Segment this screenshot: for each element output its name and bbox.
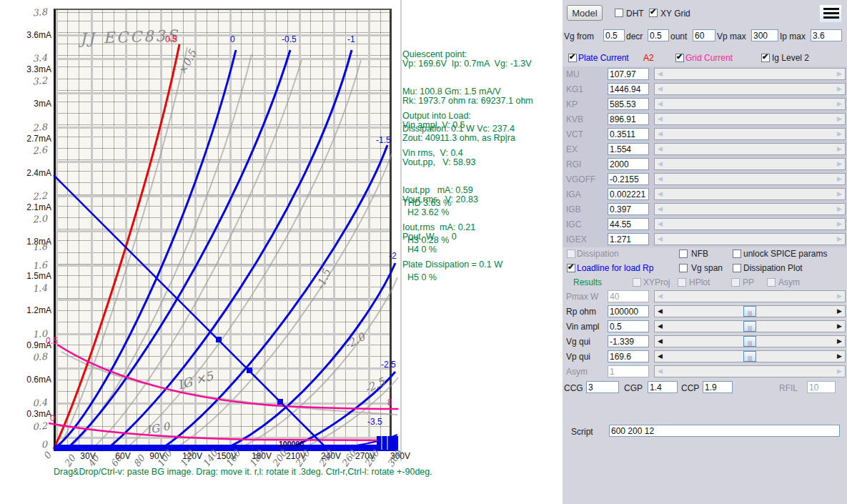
slider-thumb[interactable] bbox=[743, 336, 756, 347]
hplot-checkbox[interactable] bbox=[678, 278, 686, 287]
vg-from-input[interactable] bbox=[603, 29, 625, 41]
cgp-input[interactable] bbox=[648, 381, 678, 393]
ig-level2-checkbox[interactable] bbox=[761, 54, 770, 62]
slider-left-arrow-icon[interactable]: ◀ bbox=[655, 189, 665, 199]
param-slider-igb[interactable]: ◀▶ bbox=[654, 203, 846, 215]
dissipation-checkbox[interactable] bbox=[567, 249, 575, 258]
ip-max-input[interactable] bbox=[811, 29, 842, 41]
param-input-kvb[interactable] bbox=[608, 113, 649, 125]
param-input-mu[interactable] bbox=[608, 68, 649, 80]
vg-qui-input[interactable] bbox=[608, 335, 649, 347]
slider-left-arrow-icon[interactable]: ◀ bbox=[655, 306, 665, 317]
slider-right-arrow-icon[interactable]: ▶ bbox=[835, 99, 844, 109]
param-input-vgoff[interactable] bbox=[608, 173, 649, 185]
slider-right-arrow-icon[interactable]: ▶ bbox=[835, 144, 844, 154]
grid-current-checkbox[interactable] bbox=[675, 54, 684, 62]
param-slider-igc[interactable]: ◀▶ bbox=[654, 218, 846, 230]
param-input-iga[interactable] bbox=[608, 188, 649, 200]
slider-left-arrow-icon[interactable]: ◀ bbox=[655, 69, 665, 79]
slider-right-arrow-icon[interactable]: ▶ bbox=[835, 291, 844, 302]
dht-checkbox[interactable] bbox=[615, 9, 623, 17]
asym-checkbox[interactable] bbox=[767, 278, 776, 287]
slider-left-arrow-icon[interactable]: ◀ bbox=[655, 114, 665, 124]
pmax-slider[interactable]: ◀▶ bbox=[654, 290, 846, 302]
ccp-input[interactable] bbox=[703, 381, 733, 393]
param-input-kp[interactable] bbox=[608, 98, 649, 110]
slider-left-arrow-icon[interactable]: ◀ bbox=[655, 219, 665, 229]
model-button[interactable]: Model bbox=[567, 5, 603, 21]
vp-qui-slider[interactable]: ◀▶ bbox=[654, 350, 846, 362]
param-input-igb[interactable] bbox=[608, 203, 649, 215]
slider-left-arrow-icon[interactable]: ◀ bbox=[655, 129, 665, 139]
param-slider-rgi[interactable]: ◀▶ bbox=[654, 158, 846, 170]
slider-right-arrow-icon[interactable]: ▶ bbox=[835, 204, 844, 214]
vin-ampl-slider[interactable]: ◀▶ bbox=[654, 320, 846, 332]
slider-right-arrow-icon[interactable]: ▶ bbox=[835, 351, 844, 362]
slider-left-arrow-icon[interactable]: ◀ bbox=[655, 234, 665, 244]
slider-right-arrow-icon[interactable]: ▶ bbox=[835, 189, 844, 199]
slider-left-arrow-icon[interactable]: ◀ bbox=[655, 336, 665, 347]
slider-right-arrow-icon[interactable]: ▶ bbox=[835, 159, 844, 169]
script-input[interactable] bbox=[609, 425, 840, 437]
param-slider-kvb[interactable]: ◀▶ bbox=[654, 113, 846, 125]
nfb-checkbox[interactable] bbox=[679, 249, 688, 258]
param-input-ex[interactable] bbox=[608, 143, 649, 155]
param-slider-vgoff[interactable]: ◀▶ bbox=[654, 173, 846, 185]
param-input-igex[interactable] bbox=[608, 233, 649, 245]
rp-ohm-slider[interactable]: ◀▶ bbox=[654, 305, 846, 317]
slider-left-arrow-icon[interactable]: ◀ bbox=[655, 291, 665, 302]
rp-ohm-input[interactable] bbox=[608, 305, 649, 317]
param-slider-vct[interactable]: ◀▶ bbox=[654, 128, 846, 140]
slider-right-arrow-icon[interactable]: ▶ bbox=[835, 219, 844, 229]
param-slider-mu[interactable]: ◀▶ bbox=[654, 68, 846, 80]
slider-thumb[interactable] bbox=[743, 351, 756, 362]
slider-left-arrow-icon[interactable]: ◀ bbox=[655, 144, 665, 154]
decr-input[interactable] bbox=[648, 29, 669, 41]
param-input-vct[interactable] bbox=[608, 128, 649, 140]
unlock-spice-checkbox[interactable] bbox=[733, 249, 741, 258]
param-input-kg1[interactable] bbox=[608, 83, 649, 95]
param-input-igc[interactable] bbox=[608, 218, 649, 230]
xyproj-checkbox[interactable] bbox=[633, 278, 641, 287]
asym-slider[interactable]: ◀▶ bbox=[654, 365, 846, 377]
vp-max-input[interactable] bbox=[751, 29, 778, 41]
slider-thumb[interactable] bbox=[743, 321, 756, 332]
hamburger-menu-icon[interactable] bbox=[819, 4, 842, 23]
param-slider-ex[interactable]: ◀▶ bbox=[654, 143, 846, 155]
count-input[interactable] bbox=[693, 29, 715, 41]
param-slider-iga[interactable]: ◀▶ bbox=[654, 188, 846, 200]
ccg-input[interactable] bbox=[586, 381, 619, 393]
vg-qui-slider[interactable]: ◀▶ bbox=[654, 335, 846, 347]
slider-thumb[interactable] bbox=[743, 306, 756, 317]
slider-left-arrow-icon[interactable]: ◀ bbox=[655, 351, 665, 362]
param-slider-kp[interactable]: ◀▶ bbox=[654, 98, 846, 110]
slider-right-arrow-icon[interactable]: ▶ bbox=[835, 306, 844, 317]
param-input-rgi[interactable] bbox=[608, 158, 649, 170]
slider-right-arrow-icon[interactable]: ▶ bbox=[835, 174, 844, 184]
rfil-input[interactable] bbox=[807, 381, 836, 393]
plot-canvas[interactable] bbox=[54, 9, 392, 449]
slider-left-arrow-icon[interactable]: ◀ bbox=[655, 84, 665, 94]
plate-current-checkbox[interactable] bbox=[568, 54, 577, 62]
param-slider-igex[interactable]: ◀▶ bbox=[654, 233, 846, 245]
slider-right-arrow-icon[interactable]: ▶ bbox=[835, 366, 844, 377]
slider-right-arrow-icon[interactable]: ▶ bbox=[835, 321, 844, 332]
loadline-checkbox[interactable] bbox=[567, 264, 575, 272]
dissipation-plot-checkbox[interactable] bbox=[733, 264, 741, 272]
slider-left-arrow-icon[interactable]: ◀ bbox=[655, 159, 665, 169]
pmax-input[interactable] bbox=[608, 290, 649, 302]
slider-left-arrow-icon[interactable]: ◀ bbox=[655, 321, 665, 332]
xy-grid-checkbox[interactable] bbox=[649, 9, 658, 17]
slider-left-arrow-icon[interactable]: ◀ bbox=[655, 174, 665, 184]
slider-right-arrow-icon[interactable]: ▶ bbox=[835, 114, 844, 124]
pp-checkbox[interactable] bbox=[731, 278, 740, 287]
slider-right-arrow-icon[interactable]: ▶ bbox=[835, 336, 844, 347]
slider-right-arrow-icon[interactable]: ▶ bbox=[835, 84, 844, 94]
slider-left-arrow-icon[interactable]: ◀ bbox=[655, 204, 665, 214]
param-slider-kg1[interactable]: ◀▶ bbox=[654, 83, 846, 95]
vin-ampl-input[interactable] bbox=[608, 320, 649, 332]
vp-qui-input[interactable] bbox=[608, 350, 649, 362]
asym-input[interactable] bbox=[608, 365, 649, 377]
slider-left-arrow-icon[interactable]: ◀ bbox=[655, 366, 665, 377]
slider-right-arrow-icon[interactable]: ▶ bbox=[835, 234, 844, 244]
